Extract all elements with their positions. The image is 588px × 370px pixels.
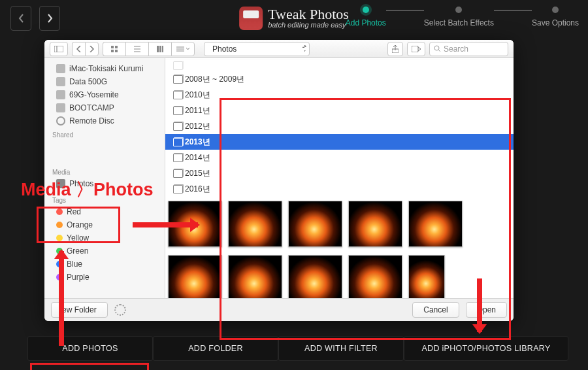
add-library-button[interactable]: ADD iPHOTO/PHOTOS LIBRARY <box>404 336 568 361</box>
view-icons-button[interactable] <box>103 42 125 56</box>
add-folder-button[interactable]: ADD FOLDER <box>153 336 278 361</box>
sidebar-header-shared: Shared <box>52 131 157 139</box>
sidebar-item-device[interactable]: Data 500G <box>44 75 165 88</box>
sidebar-item-device[interactable]: 69G-Yosemite <box>44 88 165 101</box>
svg-line-18 <box>439 50 441 52</box>
view-columns-button[interactable] <box>148 42 171 56</box>
sidebar-tag-item[interactable]: Yellow <box>44 231 165 244</box>
photo-thumbnail[interactable] <box>288 255 342 298</box>
svg-rect-3 <box>115 46 118 48</box>
tag-color-icon <box>56 209 63 215</box>
step-label: Add Photos <box>346 18 386 27</box>
add-with-filter-button[interactable]: ADD WITH FILTER <box>278 336 404 361</box>
nav-segment <box>72 42 99 56</box>
search-icon <box>434 45 441 52</box>
list-item-year[interactable]: 2013년 <box>165 134 514 150</box>
sidebar-tag-item[interactable]: Orange <box>44 218 165 231</box>
svg-rect-4 <box>111 50 114 52</box>
photo-grid <box>165 197 514 298</box>
photo-thumbnail[interactable] <box>408 255 445 298</box>
tag-color-icon <box>56 261 63 267</box>
hdd-icon <box>56 103 65 112</box>
step-save-options[interactable]: Save Options <box>532 7 579 27</box>
step-dot-icon <box>363 7 369 13</box>
action-bar: ADD PHOTOS ADD FOLDER ADD WITH FILTER AD… <box>0 336 588 361</box>
tag-color-icon <box>56 248 63 254</box>
svg-rect-9 <box>157 46 159 52</box>
annotation-box-addphotos <box>30 363 149 370</box>
sidebar-tag-item[interactable]: Blue <box>44 258 165 271</box>
list-item-year[interactable]: 2014년 <box>165 150 514 165</box>
sidebar-item-photos[interactable]: Photos <box>44 177 165 190</box>
loading-spinner-icon <box>114 304 126 316</box>
history-forward-button[interactable] <box>85 42 99 56</box>
sidebar-header-media: Media <box>52 169 157 176</box>
sidebar-tag-item[interactable]: Red <box>44 205 165 218</box>
list-item-year[interactable]: 2008년 ~ 2009년 <box>165 71 514 87</box>
hdd-icon <box>56 90 65 99</box>
photo-thumbnail[interactable] <box>168 201 222 247</box>
location-dropdown[interactable]: Photos <box>204 42 310 56</box>
share-button[interactable] <box>387 42 403 56</box>
add-photos-button[interactable]: ADD PHOTOS <box>27 336 153 361</box>
photo-thumbnail[interactable] <box>228 255 282 298</box>
hdd-icon <box>56 77 65 86</box>
wizard-steps: Add Photos Select Batch Effects Save Opt… <box>346 7 579 27</box>
step-add-photos[interactable]: Add Photos <box>346 7 386 27</box>
photo-thumbnail[interactable] <box>408 201 463 247</box>
step-label: Save Options <box>532 18 579 27</box>
open-button[interactable]: Open <box>466 302 507 318</box>
sidebar-item-device[interactable]: BOOTCAMP <box>44 101 165 114</box>
dialog-sidebar: iMac-Tokisaki Kurumi Data 500G 69G-Yosem… <box>44 58 165 298</box>
photo-thumbnail[interactable] <box>228 201 282 247</box>
step-select-effects[interactable]: Select Batch Effects <box>424 7 494 27</box>
list-item[interactable] <box>165 59 514 71</box>
open-dialog: Photos Search iMac-Tokisaki Kurumi Data … <box>44 40 514 321</box>
list-item-year[interactable]: 2016년 <box>165 181 514 197</box>
photo-thumbnail[interactable] <box>288 201 342 247</box>
tag-color-icon <box>56 235 63 241</box>
svg-rect-2 <box>111 46 114 48</box>
sidebar-item-device[interactable]: iMac-Tokisaki Kurumi <box>44 62 165 75</box>
photo-thumbnail[interactable] <box>348 201 402 247</box>
dialog-footer: ew Folder Cancel Open <box>44 298 514 321</box>
dialog-content: 2008년 ~ 2009년2010년2011년2012년2013년2014년20… <box>165 58 514 298</box>
svg-rect-10 <box>159 46 161 52</box>
sidebar-tag-item[interactable]: Purple <box>44 271 165 284</box>
photo-thumbnail[interactable] <box>168 255 222 298</box>
search-field[interactable]: Search <box>429 42 508 56</box>
sidebar-tag-item[interactable]: Green <box>44 244 165 258</box>
app-topbar: Tweak Photos batch editing made easy Add… <box>0 0 588 37</box>
location-label: Photos <box>212 44 237 54</box>
step-dot-icon <box>552 7 559 13</box>
new-folder-button[interactable]: ew Folder <box>51 302 108 318</box>
step-label: Select Batch Effects <box>424 18 494 27</box>
tags-button[interactable] <box>407 42 425 56</box>
list-item-year[interactable]: 2015년 <box>165 165 514 181</box>
svg-point-17 <box>434 46 439 50</box>
imac-icon <box>56 64 65 73</box>
year-column-list: 2008년 ~ 2009년2010년2011년2012년2013년2014년20… <box>165 58 514 197</box>
search-placeholder: Search <box>444 44 468 54</box>
sidebar-item-device[interactable]: Remote Disc <box>44 114 165 127</box>
forward-button[interactable] <box>39 6 60 31</box>
app-subtitle: batch editing made easy <box>268 21 349 29</box>
list-item-year[interactable]: 2012년 <box>165 118 514 134</box>
tag-color-icon <box>56 222 63 228</box>
app-brand: Tweak Photos batch editing made easy <box>239 7 349 30</box>
history-back-button[interactable] <box>72 42 85 56</box>
camera-icon <box>56 179 65 188</box>
dialog-toolbar: Photos Search <box>44 40 514 58</box>
list-item-year[interactable]: 2010년 <box>165 87 514 103</box>
view-mode-segment <box>103 42 195 56</box>
back-button[interactable] <box>10 6 31 31</box>
sidebar-toggle-button[interactable] <box>50 42 68 56</box>
view-list-button[interactable] <box>125 42 148 56</box>
cancel-button[interactable]: Cancel <box>412 302 459 318</box>
view-coverflow-button[interactable] <box>171 42 195 56</box>
photo-thumbnail[interactable] <box>348 255 402 298</box>
sidebar-header-tags: Tags <box>52 197 157 204</box>
svg-rect-5 <box>115 50 118 52</box>
list-item-year[interactable]: 2011년 <box>165 103 514 118</box>
svg-rect-11 <box>162 46 163 52</box>
